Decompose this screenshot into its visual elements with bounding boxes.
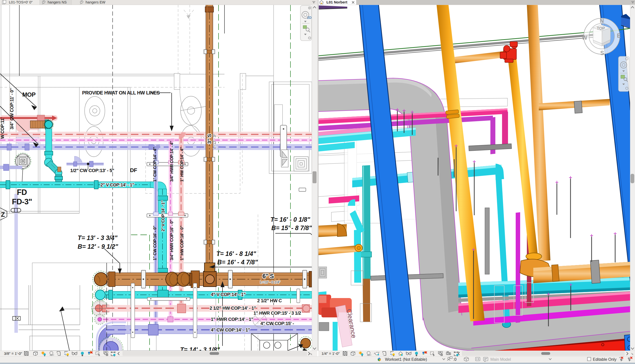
svg-text:3" S: 3" S: [206, 134, 212, 144]
svg-text:Main Model: Main Model: [490, 357, 511, 362]
svg-text:FD: FD: [17, 188, 27, 197]
svg-text:3/8" = 1'-0": 3/8" = 1'-0": [4, 351, 22, 356]
svg-text:3/4" CW COP:11' - 0": 3/4" CW COP:11' - 0": [10, 88, 15, 130]
svg-text:B= 12' - 9 1/2": B= 12' - 9 1/2": [78, 243, 118, 250]
svg-text:Z: Z: [1, 211, 5, 218]
svg-text:1/4" = 1'-0": 1/4" = 1'-0": [321, 351, 340, 356]
svg-text:L01-TOS=0' 0": L01-TOS=0' 0": [9, 0, 33, 4]
svg-text:T= 13' - 3 3/4": T= 13' - 3 3/4": [78, 234, 118, 241]
svg-text:1" HWR COP:15' - 3 1/2: 1" HWR COP:15' - 3 1/2: [254, 310, 301, 316]
svg-text:1" CW COP:16' - 0": 1" CW COP:16' - 0": [153, 226, 157, 260]
svg-text:2 1/2" HW C: 2 1/2" HW C: [257, 298, 282, 303]
svg-text:1" HWR COP:14' - 1": 1" HWR COP:14' - 1": [211, 317, 253, 322]
svg-text:2" V COP:14' - 1": 2" V COP:14' - 1": [101, 182, 134, 188]
svg-text:L=12' - 3": L=12' - 3": [212, 134, 217, 149]
svg-text:4" CW COP:14' - 1": 4" CW COP:14' - 1": [211, 327, 250, 332]
svg-text:E: E: [617, 32, 620, 39]
svg-text:1" HW COP:16' - 0": 1" HW COP:16' - 0": [180, 226, 184, 260]
svg-text:2D: 2D: [307, 16, 312, 20]
svg-text:B= 15' - 8 7/8": B= 15' - 8 7/8": [271, 224, 312, 231]
svg-text:L01 Norbert: L01 Norbert: [326, 0, 347, 4]
svg-text:W COP:11': W COP:11': [0, 118, 5, 139]
svg-text:MOP: MOP: [22, 91, 36, 98]
svg-text:4" V COP:14' - 1": 4" V COP:14' - 1": [211, 292, 246, 297]
svg-text:4" CW COP:15' -: 4" CW COP:15' -: [260, 321, 294, 326]
svg-text:T= 16' - 8 1/4": T= 16' - 8 1/4": [216, 250, 256, 257]
svg-text:PROVIDE HWAT ON ALL HW LINES: PROVIDE HWAT ON ALL HW LINES: [82, 90, 160, 96]
svg-text:L=10' - 0 1/4": L=10' - 0 1/4": [260, 280, 280, 284]
svg-text:1" HW COP:14' - 4": 1" HW COP:14' - 4": [180, 147, 184, 182]
svg-text:hangers NS: hangers NS: [48, 0, 67, 4]
svg-text:N: N: [600, 18, 604, 24]
svg-text:1/2" CW COP:13' - 5": 1/2" CW COP:13' - 5": [70, 168, 114, 173]
svg-text:2 1/2" HW COP:14' - 1": 2 1/2" HW COP:14' - 1": [210, 306, 256, 311]
svg-text:1" CW COP:14' - 4": 1" CW COP:14' - 4": [153, 147, 157, 182]
svg-text:2" V COP:14' - 1": 2" V COP:14' - 1": [161, 200, 165, 231]
svg-text:3/4" HWR COP:16' - 0": 3/4" HWR COP:16' - 0": [169, 220, 174, 260]
svg-text:B= 16' - 4 7/8": B= 16' - 4 7/8": [217, 258, 258, 266]
svg-text:TOP: TOP: [597, 26, 605, 30]
svg-text:FD-3": FD-3": [12, 197, 32, 206]
svg-text:hangers EW: hangers EW: [86, 0, 106, 4]
svg-text:6" S: 6" S: [262, 273, 274, 280]
svg-text:Workset1 (Not Editable): Workset1 (Not Editable): [385, 357, 427, 362]
svg-text:DF: DF: [130, 167, 137, 173]
svg-text::0: :0: [453, 357, 456, 362]
svg-text:3/4" HWR COP:14' - 4": 3/4" HWR COP:14' - 4": [169, 141, 174, 182]
svg-text:T= 16' - 0 1/8": T= 16' - 0 1/8": [270, 216, 310, 223]
svg-text:W: W: [582, 34, 587, 41]
svg-text:Editable Only: Editable Only: [593, 357, 616, 362]
svg-text:S: S: [600, 50, 604, 56]
